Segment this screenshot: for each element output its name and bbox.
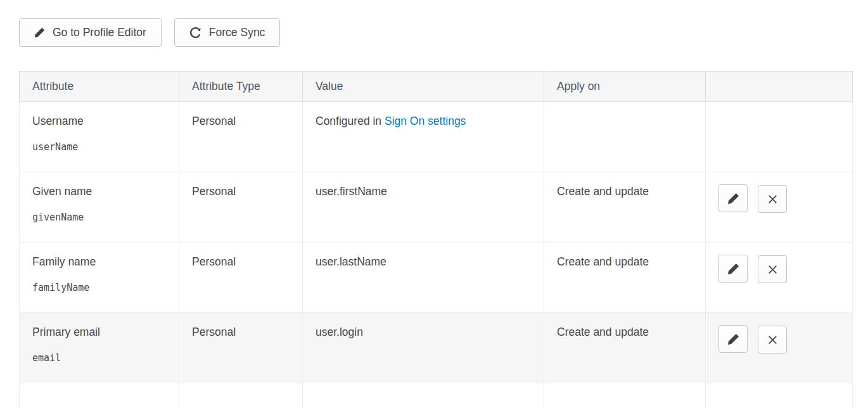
- apply-on-cell: Create and update: [544, 172, 706, 243]
- pencil-icon: [727, 263, 739, 275]
- value-cell: user.login: [303, 313, 544, 383]
- close-icon: [767, 194, 778, 205]
- attribute-type-cell: Personal: [179, 172, 303, 243]
- attribute-variable-name: givenName: [32, 212, 166, 223]
- attribute-label: Given name: [32, 185, 166, 198]
- attribute-cell: Family namefamilyName: [20, 243, 179, 313]
- pencil-icon: [34, 27, 45, 38]
- empty-cell: [179, 383, 303, 408]
- table-row: Primary emailemailPersonaluser.loginCrea…: [20, 313, 853, 383]
- go-to-profile-editor-button[interactable]: Go to Profile Editor: [19, 18, 162, 47]
- apply-on-cell: Create and update: [544, 243, 706, 313]
- table-row: Given namegivenNamePersonaluser.firstNam…: [20, 172, 853, 243]
- edit-attribute-button[interactable]: [718, 184, 748, 212]
- attribute-cell: Given namegivenName: [20, 172, 179, 243]
- column-header-attribute-type: Attribute Type: [179, 72, 303, 102]
- empty-cell: [544, 383, 706, 408]
- force-sync-label: Force Sync: [209, 26, 265, 39]
- refresh-icon: [189, 27, 201, 39]
- table-row-empty: [20, 383, 853, 408]
- attribute-label: Family name: [32, 255, 166, 269]
- remove-attribute-button[interactable]: [758, 255, 787, 283]
- force-sync-button[interactable]: Force Sync: [174, 18, 281, 47]
- go-to-profile-editor-label: Go to Profile Editor: [53, 26, 146, 39]
- attribute-mappings-table: AttributeAttribute TypeValueApply on Use…: [19, 71, 853, 408]
- attribute-mappings-page: Go to Profile Editor Force Sync Attribut…: [0, 0, 868, 408]
- toolbar: Go to Profile Editor Force Sync: [19, 18, 852, 47]
- actions-cell: [706, 243, 853, 313]
- attribute-label: Primary email: [32, 326, 166, 339]
- close-icon: [767, 264, 778, 275]
- attribute-cell: Primary emailemail: [20, 313, 179, 383]
- value-cell: Configured in Sign On settings: [303, 102, 544, 172]
- value-text: user.lastName: [316, 255, 386, 268]
- value-cell: user.firstName: [303, 172, 544, 243]
- remove-attribute-button[interactable]: [758, 185, 787, 213]
- attribute-cell: UsernameuserName: [20, 102, 179, 172]
- attribute-type-cell: Personal: [179, 313, 303, 383]
- actions-cell: [706, 313, 853, 383]
- actions-cell: [706, 172, 853, 243]
- value-text: Configured in: [316, 115, 385, 127]
- column-header-value: Value: [303, 72, 544, 102]
- table-row: UsernameuserNamePersonalConfigured in Si…: [20, 102, 853, 172]
- edit-attribute-button[interactable]: [718, 255, 748, 283]
- attribute-variable-name: familyName: [32, 282, 166, 293]
- empty-cell: [20, 383, 179, 408]
- edit-attribute-button[interactable]: [718, 325, 748, 353]
- attribute-variable-name: email: [32, 352, 166, 364]
- close-icon: [767, 335, 778, 345]
- attribute-type-cell: Personal: [179, 102, 303, 172]
- table-header-row: AttributeAttribute TypeValueApply on: [20, 72, 853, 102]
- table-row: Family namefamilyNamePersonaluser.lastNa…: [20, 243, 853, 313]
- value-text: user.firstName: [316, 185, 387, 198]
- value-text: user.login: [316, 326, 363, 338]
- empty-cell: [706, 383, 853, 408]
- attribute-label: Username: [32, 115, 166, 128]
- pencil-icon: [727, 193, 739, 205]
- apply-on-cell: Create and update: [544, 313, 706, 383]
- remove-attribute-button[interactable]: [758, 326, 787, 354]
- attribute-variable-name: userName: [32, 141, 166, 153]
- pencil-icon: [727, 333, 739, 345]
- empty-cell: [303, 383, 544, 408]
- column-header-attribute: Attribute: [20, 72, 179, 102]
- column-header-actions: [706, 72, 853, 102]
- apply-on-cell: [544, 102, 706, 172]
- value-cell: user.lastName: [303, 243, 544, 313]
- sign-on-settings-link[interactable]: Sign On settings: [385, 115, 466, 127]
- column-header-apply-on: Apply on: [544, 72, 706, 102]
- attribute-type-cell: Personal: [179, 243, 303, 313]
- actions-cell: [706, 102, 853, 172]
